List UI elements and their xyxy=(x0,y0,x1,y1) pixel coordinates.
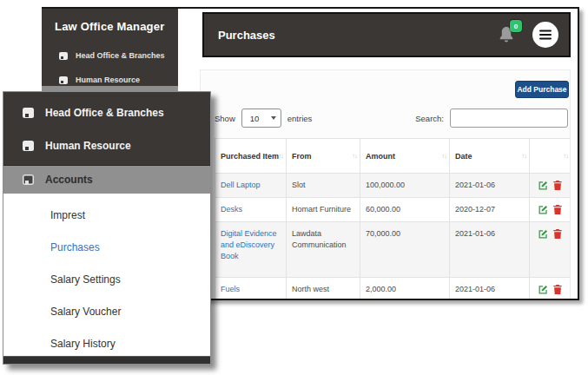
entries-length-control: Show 10 entries xyxy=(215,109,312,128)
module-disk-icon xyxy=(59,76,68,84)
table-row: Digital Evidence and eDiscovery Book Law… xyxy=(215,222,571,278)
edit-icon[interactable] xyxy=(538,205,548,214)
module-disk-icon xyxy=(59,52,68,60)
sort-arrows-icon xyxy=(442,151,447,161)
cell-purchased-item: Digital Evidence and eDiscovery Book xyxy=(215,222,287,278)
purchases-content-card: Add Purchase Show 10 entries Search: xyxy=(200,69,571,300)
cell-actions xyxy=(530,278,571,301)
column-header-purchased-item[interactable]: Purchased Item xyxy=(215,139,287,174)
submenu-item-salary-voucher[interactable]: Salary Voucher xyxy=(3,295,210,327)
cell-from: Homart Furniture xyxy=(287,198,360,222)
menu-item-accounts-active[interactable]: Accounts xyxy=(3,166,210,194)
cell-amount: 2,000.00 xyxy=(360,278,450,301)
sort-arrows-icon xyxy=(564,151,569,161)
search-input[interactable] xyxy=(450,109,568,128)
page-title: Purchases xyxy=(218,29,275,42)
edit-icon[interactable] xyxy=(538,229,548,239)
entries-select[interactable]: 10 xyxy=(241,109,281,128)
sort-arrows-icon xyxy=(279,151,284,161)
table-controls: Show 10 entries Search: xyxy=(215,109,568,128)
sort-arrows-icon xyxy=(522,151,527,161)
edit-icon[interactable] xyxy=(538,285,548,294)
menu-item-label: Accounts xyxy=(45,174,93,186)
table-row: Dell Laptop Slot 100,000.00 2021-01-06 xyxy=(215,174,571,198)
menu-item-human-resource[interactable]: Human Resource xyxy=(3,129,210,162)
trash-icon[interactable] xyxy=(553,181,562,190)
page-header-bar: Purchases 0 xyxy=(202,12,571,57)
submenu-item-imprest[interactable]: Imprest xyxy=(3,199,210,231)
cell-actions xyxy=(530,198,571,222)
table-header-row: Purchased Item From Amount Date xyxy=(215,139,571,174)
column-header-actions[interactable] xyxy=(530,139,571,174)
menu-item-label: Human Resource xyxy=(45,140,131,152)
trash-icon[interactable] xyxy=(553,285,562,294)
cell-date: 2021-01-06 xyxy=(450,222,530,278)
cell-actions xyxy=(530,222,571,278)
table-search-control: Search: xyxy=(415,109,568,128)
cell-from: Slot xyxy=(287,174,360,198)
cell-purchased-item: Fuels xyxy=(215,278,287,301)
menu-toggle-button[interactable] xyxy=(532,22,558,48)
module-disk-icon xyxy=(23,108,34,118)
table-row: Fuels North west 2,000.00 2021-01-06 xyxy=(215,278,571,301)
module-disk-icon xyxy=(23,141,34,151)
flyout-menu-top: Head Office & Branches Human Resource xyxy=(3,92,210,166)
sort-arrows-icon xyxy=(353,151,358,161)
hamburger-icon xyxy=(539,34,552,36)
purchases-table: Purchased Item From Amount Date xyxy=(215,138,571,300)
purchase-link[interactable]: Digital Evidence and eDiscovery Book xyxy=(221,229,277,260)
screenshot-canvas: Law Office Manager Head Office & Branche… xyxy=(0,0,588,375)
add-purchase-button[interactable]: Add Purchase xyxy=(515,81,569,98)
search-label: Search: xyxy=(415,114,444,123)
submenu-item-purchases-active[interactable]: Purchases xyxy=(3,231,210,263)
submenu-item-salary-settings[interactable]: Salary Settings xyxy=(3,263,210,295)
sidebar-flyout-panel: Head Office & Branches Human Resource Ac… xyxy=(3,91,211,365)
cell-purchased-item: Desks xyxy=(215,198,287,222)
table-row: Desks Homart Furniture 60,000.00 2020-12… xyxy=(215,198,571,222)
header-actions: 0 xyxy=(498,22,558,48)
column-header-from[interactable]: From xyxy=(287,139,360,174)
cell-amount: 60,000.00 xyxy=(360,198,450,222)
sidebar-item-label: Human Resource xyxy=(76,76,140,84)
edit-icon[interactable] xyxy=(538,181,548,190)
notifications-button[interactable]: 0 xyxy=(498,25,515,44)
cell-from: North west xyxy=(287,278,360,301)
trash-icon[interactable] xyxy=(553,229,562,239)
cell-date: 2021-01-06 xyxy=(450,278,530,301)
sidebar-item-label: Head Office & Branches xyxy=(76,51,165,60)
menu-item-head-office[interactable]: Head Office & Branches xyxy=(3,96,210,129)
entries-label: entries xyxy=(287,114,313,123)
sidebar-item-head-office[interactable]: Head Office & Branches xyxy=(42,45,178,66)
menu-item-label: Head Office & Branches xyxy=(45,107,164,119)
column-header-amount[interactable]: Amount xyxy=(360,139,450,174)
cell-amount: 100,000.00 xyxy=(360,174,450,198)
show-label: Show xyxy=(215,114,235,123)
cell-purchased-item: Dell Laptop xyxy=(215,174,287,198)
module-disk-icon xyxy=(23,174,34,185)
submenu-item-salary-history[interactable]: Salary History xyxy=(3,327,210,359)
cell-date: 2021-01-06 xyxy=(450,174,530,198)
accounts-submenu: Imprest Purchases Salary Settings Salary… xyxy=(3,194,210,359)
app-title: Law Office Manager xyxy=(55,20,164,33)
notification-count-badge: 0 xyxy=(510,20,522,32)
purchase-link[interactable]: Dell Laptop xyxy=(221,181,261,189)
flyout-clipped-section-bar xyxy=(3,356,210,364)
purchase-link[interactable]: Fuels xyxy=(221,285,240,293)
column-header-date[interactable]: Date xyxy=(450,139,530,174)
entries-select-wrap: 10 xyxy=(241,109,281,128)
cell-actions xyxy=(530,174,571,198)
cell-date: 2020-12-07 xyxy=(450,198,530,222)
cell-amount: 70,000.00 xyxy=(360,222,450,278)
purchase-link[interactable]: Desks xyxy=(221,205,242,214)
trash-icon[interactable] xyxy=(553,205,562,214)
cell-from: Lawdata Communication xyxy=(287,222,360,278)
